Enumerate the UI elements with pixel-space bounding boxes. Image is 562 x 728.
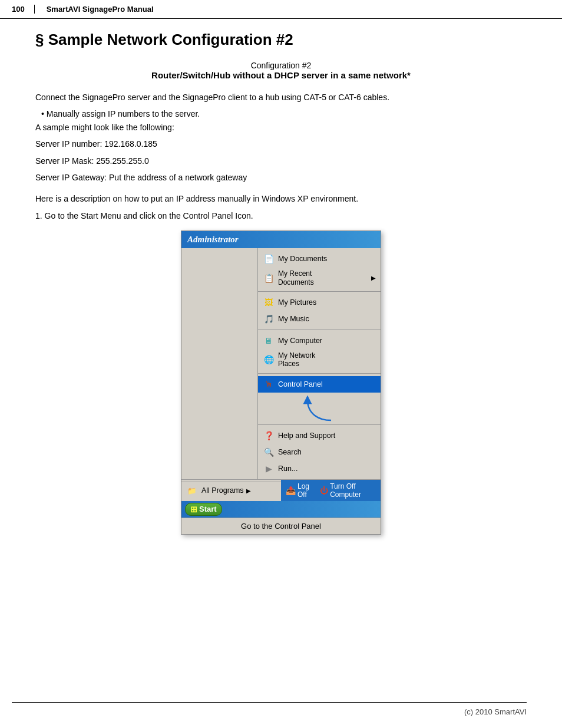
line4: Server IP Gateway: Put the address of a … (35, 171, 527, 184)
main-content: § Sample Network Configuration #2 Config… (0, 31, 562, 535)
menu-item-my-computer[interactable]: 🖥 My Computer (258, 332, 381, 349)
menu-item-search[interactable]: 🔍 Search (258, 444, 381, 460)
menu-item-my-music[interactable]: 🎵 My Music (258, 311, 381, 327)
right-panel: 📄 My Documents 📋 My RecentDocuments ▶ 🖼 … (258, 248, 381, 479)
left-panel (181, 248, 258, 479)
my-computer-label: My Computer (278, 337, 322, 345)
line1: A sample might look like the following: (35, 121, 527, 134)
separator1 (258, 291, 381, 292)
my-pictures-label: My Pictures (278, 298, 316, 307)
menu-item-control-panel[interactable]: 🖱 Control Panel (258, 376, 381, 393)
start-bar: ⊞ Start (181, 501, 381, 518)
menu-item-help-support[interactable]: ❓ Help and Support (258, 427, 381, 444)
footer-text: (c) 2010 SmartAVI (464, 707, 527, 716)
logoff-area: 📤 Log Off ⏻ Turn Off Computer (281, 480, 381, 501)
start-button[interactable]: ⊞ Start (185, 503, 222, 516)
all-programs-arrow: ▶ (246, 487, 251, 494)
my-documents-icon: 📄 (263, 253, 275, 265)
section-title: § Sample Network Configuration #2 (35, 31, 527, 49)
header-title: SmartAVI SignagePro Manual (47, 5, 154, 14)
menu-item-my-recent-documents[interactable]: 📋 My RecentDocuments ▶ (258, 267, 381, 289)
my-recent-documents-icon: 📋 (263, 272, 275, 284)
menu-item-my-pictures[interactable]: 🖼 My Pictures (258, 294, 381, 311)
all-programs[interactable]: 📁 All Programs ▶ (181, 482, 281, 499)
my-recent-documents-label: My RecentDocuments (278, 269, 314, 286)
line3: Server IP Mask: 255.255.255.0 (35, 154, 527, 167)
help-support-label: Help and Support (278, 431, 335, 440)
all-programs-label: All Programs (201, 486, 244, 495)
screenshot: Administrator 📄 My Documents 📋 My Recent… (181, 230, 381, 535)
my-documents-label: My Documents (278, 255, 327, 263)
turnoff-button[interactable]: ⏻ Turn Off Computer (320, 482, 376, 499)
menu-item-my-network-places[interactable]: 🌐 My NetworkPlaces (258, 349, 381, 371)
bottom-bar: 📁 All Programs ▶ 📤 Log Off ⏻ Turn Off Co… (181, 479, 381, 501)
help-support-icon: ❓ (263, 430, 275, 442)
my-pictures-icon: 🖼 (263, 297, 275, 308)
start-menu-body: 📄 My Documents 📋 My RecentDocuments ▶ 🖼 … (181, 248, 381, 479)
windows-icon: ⊞ (190, 505, 197, 514)
logoff-icon: 📤 (286, 486, 296, 495)
control-panel-label: Control Panel (278, 380, 323, 388)
logoff-label: Log Off (297, 482, 314, 499)
line2: Server IP number: 192.168.0.185 (35, 137, 527, 150)
start-menu-titlebar: Administrator (181, 231, 381, 248)
menu-item-my-documents[interactable]: 📄 My Documents (258, 251, 381, 267)
config-subtitle-text: Router/Switch/Hub without a DHCP server … (35, 70, 527, 80)
my-music-icon: 🎵 (263, 313, 275, 325)
config-title: Configuration #2 (35, 61, 527, 70)
screenshot-caption: Go to the Control Panel (181, 518, 381, 534)
separator3 (258, 373, 381, 374)
page-header: 100 SmartAVI SignagePro Manual (0, 0, 562, 19)
arrow-annotation (258, 393, 381, 422)
paragraph1: Connect the SignagePro server and the Si… (35, 91, 527, 104)
page-number: 100 (12, 5, 35, 14)
turnoff-icon: ⏻ (320, 486, 328, 495)
highlight-arrow (302, 394, 337, 422)
separator2 (258, 330, 381, 330)
search-icon: 🔍 (263, 446, 275, 458)
page-footer: (c) 2010 SmartAVI (12, 702, 527, 716)
all-programs-icon: 📁 (186, 485, 198, 496)
my-music-label: My Music (278, 315, 309, 323)
step1: 1. Go to the Start Menu and click on the… (35, 209, 527, 222)
separator4 (258, 424, 381, 425)
run-label: Run... (278, 465, 297, 473)
my-recent-documents-arrow: ▶ (371, 275, 376, 281)
logoff-button[interactable]: 📤 Log Off (286, 482, 314, 499)
my-network-places-label: My NetworkPlaces (278, 351, 315, 368)
run-icon: ▶ (263, 463, 275, 475)
my-computer-icon: 🖥 (263, 335, 275, 347)
start-label: Start (199, 505, 217, 513)
bullet1: Manually assign IP numbers to the server… (41, 107, 527, 120)
menu-item-run[interactable]: ▶ Run... (258, 460, 381, 477)
config-subtitle: Configuration #2 Router/Switch/Hub witho… (35, 61, 527, 80)
control-panel-icon: 🖱 (263, 378, 275, 390)
turnoff-label: Turn Off Computer (330, 482, 376, 499)
paragraph2: Here is a description on how to put an I… (35, 192, 527, 205)
search-label: Search (278, 448, 302, 456)
my-network-places-icon: 🌐 (263, 354, 275, 365)
